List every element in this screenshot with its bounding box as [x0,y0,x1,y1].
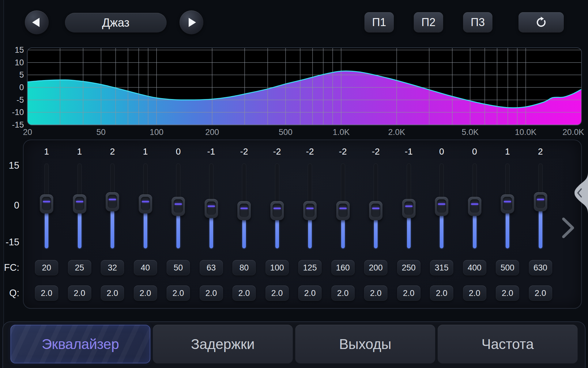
band-slider-handle[interactable] [270,201,284,220]
slider-handle-inner [239,204,249,217]
preset-name-display[interactable]: Джаз [65,13,167,33]
band-slider-handle[interactable] [501,194,514,213]
band-slider-handle[interactable] [40,194,53,213]
band-slider-handle[interactable] [106,192,119,211]
graph-db-axis: 151050-5-10-15 [0,48,24,125]
slider-handle-inner [371,204,380,217]
freq-tick-label: 20 [9,128,46,137]
slider-handle-dash-icon [339,208,347,209]
slider-handle-inner [174,199,183,213]
band-gain-value: 0 [425,147,458,157]
band-fc-button[interactable]: 63 [200,260,223,275]
slider-handle-inner [305,204,315,217]
slider-handle-inner [404,201,413,215]
freq-tick-label: 100 [138,128,175,137]
band-fc-button[interactable]: 630 [529,260,552,275]
scale-max-label: 15 [0,161,19,170]
db-tick-label: -10 [0,108,24,117]
band-fc-button[interactable]: 100 [266,260,289,275]
band-fc-button[interactable]: 80 [232,260,256,275]
band-q-button[interactable]: 2.0 [529,286,552,301]
band-fc-button[interactable]: 32 [101,260,124,275]
band-q-button[interactable]: 2.0 [331,286,355,301]
band-fc-button[interactable]: 315 [430,260,453,275]
band-fc-button[interactable]: 500 [496,260,519,275]
band-slider-handle[interactable] [139,194,152,213]
band-slider-handle[interactable] [369,201,383,220]
band-slider-handle[interactable] [172,197,185,216]
preset-name-label: Джаз [102,16,129,29]
band-slider-handle[interactable] [435,197,448,216]
side-panel-pull-tab[interactable] [571,172,588,214]
band-slider-handle[interactable] [73,194,86,213]
slider-handle-dash-icon [504,201,511,202]
band-fc-button[interactable]: 250 [397,260,420,275]
slider-handle-dash-icon [405,205,413,207]
band-slider-handle[interactable] [205,199,218,218]
refresh-icon [535,16,547,29]
band-q-button[interactable]: 2.0 [298,286,322,301]
db-tick-label: 10 [0,59,24,67]
band-gain-value: 2 [96,147,129,157]
reset-button[interactable] [518,12,564,33]
band-q-button[interactable]: 2.0 [463,286,486,301]
slider-handle-dash-icon [306,208,314,209]
band-slider-handle[interactable] [534,192,547,211]
band-slider-fill [45,209,48,248]
band-gain-value: -1 [392,147,425,157]
band-gain-value: -2 [359,147,392,157]
band-slider-fill [275,216,279,248]
band-fc-button[interactable]: 50 [167,260,190,275]
slider-handle-inner [207,201,216,215]
band-slider-handle[interactable] [468,197,481,216]
band-fc-button[interactable]: 125 [298,260,322,275]
band-fc-button[interactable]: 25 [68,260,91,275]
tab-задержки[interactable]: Задержки [153,325,293,363]
band-q-button[interactable]: 2.0 [364,286,387,301]
freq-tick-label: 10.0K [507,128,544,137]
band-slider-handle[interactable] [303,201,317,220]
band-q-button[interactable]: 2.0 [35,286,58,301]
band-q-button[interactable]: 2.0 [68,286,91,301]
next-bands-button[interactable] [561,217,576,239]
pull-tab-shape [575,172,588,214]
band-gain-value: 1 [129,147,162,157]
band-q-button[interactable]: 2.0 [101,286,124,301]
tab-выходы[interactable]: Выходы [295,325,435,363]
band-fc-button[interactable]: 200 [364,260,387,275]
preset-prev-button[interactable] [25,10,49,34]
slider-handle-dash-icon [175,203,182,205]
band-slider-handle[interactable] [237,201,251,220]
band-q-button[interactable]: 2.0 [134,286,157,301]
band-q-button[interactable]: 2.0 [496,286,519,301]
memory-preset-2-button[interactable]: П2 [414,12,443,33]
tab-эквалайзер[interactable]: Эквалайзер [10,325,150,363]
band-fc-button[interactable]: 160 [331,260,355,275]
fc-row-label: FC: [0,263,19,272]
preset-next-button[interactable] [179,10,203,34]
slider-handle-inner [273,204,282,217]
band-gain-value: 0 [162,147,195,157]
band-fc-button[interactable]: 40 [134,260,157,275]
band-q-button[interactable]: 2.0 [430,286,453,301]
band-fc-button[interactable]: 400 [463,260,486,275]
band-q-button[interactable]: 2.0 [167,286,190,301]
band-slider-fill [374,216,378,248]
band-q-button[interactable]: 2.0 [200,286,223,301]
band-gain-value: -2 [261,147,294,157]
band-gain-value: 1 [63,147,96,157]
band-fc-button[interactable]: 20 [35,260,58,275]
band-q-button[interactable]: 2.0 [232,286,256,301]
slider-handle-dash-icon [471,203,478,205]
slider-handle-inner [503,197,512,210]
memory-preset-1-button[interactable]: П1 [364,12,394,33]
band-slider-handle[interactable] [336,201,350,220]
band-q-button[interactable]: 2.0 [397,286,420,301]
memory-preset-3-button[interactable]: П3 [463,12,492,33]
band-slider-fill [473,211,477,249]
band-q-button[interactable]: 2.0 [266,286,289,301]
band-slider-handle[interactable] [402,199,416,218]
tab-частота[interactable]: Частота [438,325,578,363]
band-gain-value: 2 [524,147,557,157]
db-tick-label: 5 [0,71,24,79]
